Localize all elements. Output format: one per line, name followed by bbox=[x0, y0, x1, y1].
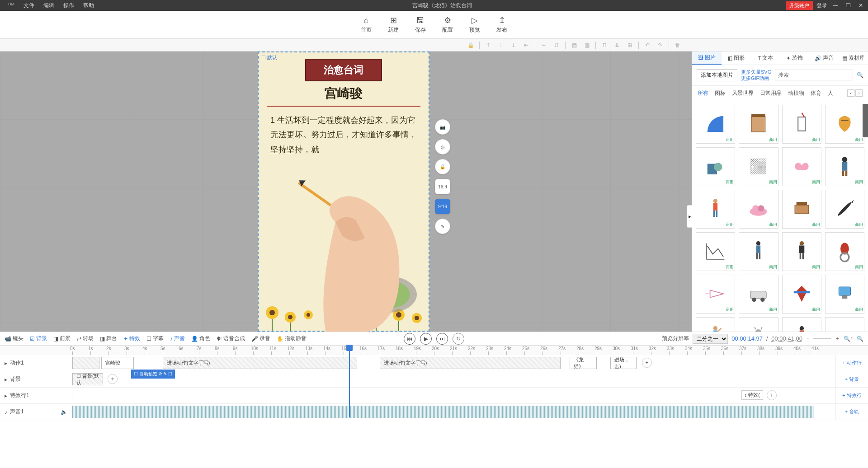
timeline-clip[interactable]: 进场...击) bbox=[610, 357, 637, 369]
align-top-icon[interactable]: ⤒ bbox=[484, 42, 492, 48]
category-日常用品[interactable]: 日常用品 bbox=[760, 89, 782, 97]
timeline-clip[interactable] bbox=[72, 357, 99, 369]
search-icon[interactable]: 🔍 bbox=[857, 72, 863, 78]
play-button[interactable]: ▶ bbox=[420, 333, 432, 345]
send-back-icon[interactable]: ⇊ bbox=[613, 42, 621, 48]
timeline-mode-舞台[interactable]: ◨舞台 bbox=[100, 335, 117, 342]
undo-icon[interactable]: ↶ bbox=[643, 42, 651, 48]
asset-item[interactable]: 商用 bbox=[825, 190, 864, 229]
close-icon[interactable]: ✕ bbox=[856, 2, 865, 9]
upgrade-button[interactable]: 升级账户 bbox=[786, 1, 813, 10]
toolbar-首页[interactable]: ⌂首页 bbox=[361, 16, 372, 34]
category-风景世界[interactable]: 风景世界 bbox=[732, 89, 754, 97]
track-toggle-icon[interactable]: ▸ bbox=[5, 393, 7, 399]
category-体育[interactable]: 体育 bbox=[811, 89, 821, 97]
asset-item[interactable]: 商用 bbox=[739, 232, 778, 271]
asset-item[interactable]: 商用 bbox=[825, 232, 864, 271]
asset-item[interactable]: 商用 bbox=[696, 105, 735, 144]
add-local-image-button[interactable]: 添加本地图片 bbox=[697, 69, 737, 81]
toolbar-配置[interactable]: ⚙配置 bbox=[442, 15, 453, 34]
bg-clip[interactable]: ☐ 背景(默认 bbox=[72, 373, 103, 385]
asset-item[interactable]: 商用 bbox=[739, 147, 778, 186]
timeline-mode-背景[interactable]: ☑背景 bbox=[30, 335, 47, 342]
asset-item[interactable]: 商用 bbox=[739, 275, 778, 314]
asset-item[interactable]: ☆☆☆ bbox=[782, 317, 821, 332]
lock-icon[interactable]: 🔒 bbox=[467, 42, 475, 48]
toolbar-发布[interactable]: ↥发布 bbox=[496, 15, 507, 34]
asset-item[interactable]: 商用 bbox=[825, 147, 864, 186]
tab-声音[interactable]: 🔊声音 bbox=[809, 51, 839, 65]
asset-item[interactable]: 商用 bbox=[696, 190, 735, 229]
category-动植物[interactable]: 动植物 bbox=[788, 89, 804, 97]
timeline-mode-角色[interactable]: 👤角色 bbox=[191, 335, 210, 342]
track-toggle-icon[interactable]: ▸ bbox=[5, 376, 7, 383]
layer-icon[interactable]: ▤ bbox=[570, 42, 578, 48]
minimize-icon[interactable]: — bbox=[831, 2, 840, 9]
canvas-area[interactable]: ☐ 默认 治愈台词 宫崎骏 1 生活坏到一定程度就会好起来，因为它无法更坏。努力… bbox=[0, 51, 692, 332]
pen-tool-icon[interactable]: ✎ bbox=[435, 219, 450, 234]
category-所有[interactable]: 所有 bbox=[698, 89, 708, 97]
bring-front-icon[interactable]: ⇈ bbox=[600, 42, 609, 48]
align-left-icon[interactable]: ⇤ bbox=[522, 42, 530, 48]
asset-item[interactable]: 商用 bbox=[739, 190, 778, 229]
camera-tool-icon[interactable]: 📷 bbox=[435, 119, 450, 135]
align-vcenter-icon[interactable]: ≑ bbox=[497, 42, 505, 48]
add-fx-button[interactable]: + bbox=[767, 390, 777, 400]
volume-icon[interactable]: 🔈 bbox=[61, 409, 67, 415]
timeline-mode-前景[interactable]: ◨前景 bbox=[53, 335, 71, 342]
fx-selector[interactable]: ↕ 特效( bbox=[741, 390, 763, 400]
timeline-mode-录音[interactable]: 🎤录音 bbox=[251, 335, 270, 342]
asset-item[interactable]: 商用 bbox=[782, 147, 821, 186]
tab-装饰[interactable]: ✦装饰 bbox=[780, 51, 809, 65]
menu-help[interactable]: 帮助 bbox=[79, 2, 99, 9]
delete-icon[interactable]: 🗑 bbox=[674, 42, 682, 48]
align-bottom-icon[interactable]: ⤓ bbox=[509, 42, 518, 48]
skip-back-button[interactable]: ⏮ bbox=[404, 333, 415, 345]
menu-edit[interactable]: 编辑 bbox=[39, 2, 59, 9]
timeline-clip[interactable]: 宫崎骏 bbox=[101, 357, 134, 369]
add-fx-track-button[interactable]: + 特效行 bbox=[835, 388, 868, 403]
asset-item[interactable]: 商用 bbox=[782, 232, 821, 271]
search-input[interactable] bbox=[775, 70, 853, 80]
more-svg-link[interactable]: 更多矢量SVG bbox=[741, 69, 771, 75]
audio-clip[interactable] bbox=[72, 406, 814, 418]
timeline-clip[interactable]: 进场动作(文字手写) bbox=[163, 357, 357, 369]
timeline-mode-语音合成[interactable]: 🗣语音合成 bbox=[217, 335, 245, 342]
timeline-mode-转场[interactable]: ⇄转场 bbox=[77, 335, 94, 342]
track-toggle-icon[interactable]: ▸ bbox=[5, 360, 7, 366]
zoom-in-icon[interactable]: ＋ bbox=[835, 335, 840, 342]
menu-file[interactable]: 文件 bbox=[19, 2, 39, 9]
maximize-icon[interactable]: ❐ bbox=[844, 2, 853, 9]
skip-fwd-button[interactable]: ⏭ bbox=[436, 333, 448, 345]
auto-preview-annotation[interactable]: ☐ 自动预览 ⟳ ✎ ☐ bbox=[131, 370, 175, 379]
loop-button[interactable]: ↻ bbox=[453, 333, 464, 345]
more-gif-link[interactable]: 更多GIF动画 bbox=[741, 75, 771, 81]
add-audio-track-button[interactable]: + 音轨 bbox=[835, 404, 868, 420]
add-clip-button[interactable]: + bbox=[642, 358, 652, 368]
layer2-icon[interactable]: ▥ bbox=[583, 42, 591, 48]
timeline-mode-字幕[interactable]: ☐字幕 bbox=[146, 335, 164, 342]
tab-图形[interactable]: ◧图形 bbox=[722, 51, 751, 65]
asset-item[interactable]: 商用 bbox=[782, 275, 821, 314]
ratio-9-16-button[interactable]: 9:16 bbox=[435, 199, 450, 214]
tab-素材库[interactable]: ▦素材库 bbox=[839, 51, 868, 65]
menu-action[interactable]: 操作 bbox=[59, 2, 79, 9]
timeline-clip[interactable]: 《龙猫》 bbox=[570, 357, 597, 369]
lock-tool-icon[interactable]: 🔓 bbox=[435, 159, 450, 174]
timeline-mode-特效[interactable]: ✦特效 bbox=[123, 335, 140, 342]
asset-item[interactable]: 商用 bbox=[825, 275, 864, 314]
target-tool-icon[interactable]: ◎ bbox=[435, 139, 450, 154]
add-bg-track-button[interactable]: + 背景 bbox=[835, 371, 868, 387]
timeline-mode-拖动静音[interactable]: ✋拖动静音 bbox=[277, 335, 307, 342]
scene-default-tag[interactable]: ☐ 默认 bbox=[261, 54, 277, 61]
cat-prev-icon[interactable]: ‹ bbox=[847, 89, 854, 97]
category-人[interactable]: 人 bbox=[828, 89, 833, 97]
asset-item[interactable]: ☆☆☆ bbox=[739, 317, 778, 332]
asset-item[interactable]: 商用 bbox=[696, 275, 735, 314]
panel-scrollbar[interactable] bbox=[863, 104, 868, 137]
asset-item[interactable]: 商用 bbox=[825, 105, 864, 144]
login-button[interactable]: 登录 bbox=[816, 2, 827, 9]
timeline-mode-镜头[interactable]: 📹镜头 bbox=[5, 335, 24, 342]
add-bg-button[interactable]: + bbox=[108, 374, 118, 384]
zoom-bar[interactable] bbox=[813, 338, 831, 339]
